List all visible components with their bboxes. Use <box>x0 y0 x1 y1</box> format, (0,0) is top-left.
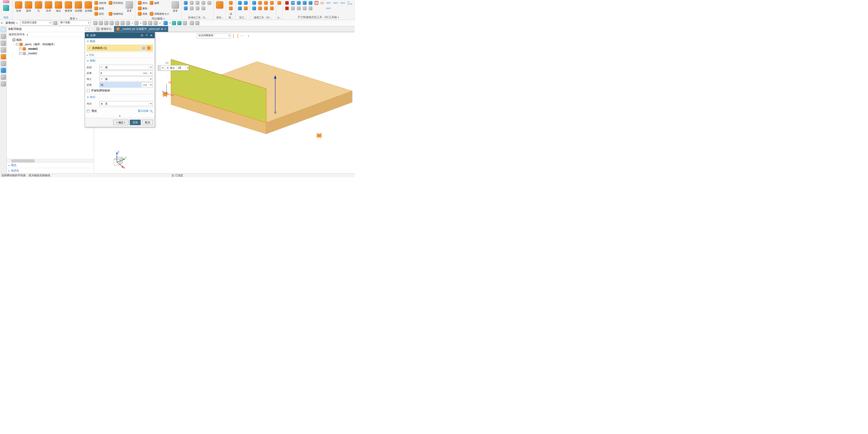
spring-ic1[interactable] <box>228 0 234 5</box>
more-sync-button[interactable]: 更多 <box>170 0 180 13</box>
tb-ic8[interactable] <box>134 21 138 25</box>
std-ic9[interactable] <box>207 0 212 5</box>
tab-document[interactable]: _model1.prt 在装配中 _asm1.prt ⧉ × <box>114 26 168 32</box>
rail-reuse-icon[interactable] <box>1 54 6 59</box>
shell-button[interactable]: 抽壳 <box>94 11 107 16</box>
tb-ic7[interactable] <box>126 21 130 25</box>
rail-assembly-icon[interactable] <box>1 41 6 46</box>
tree-section[interactable]: 截面 <box>7 38 94 42</box>
dim-ic6[interactable] <box>296 6 302 11</box>
dialog-close-icon[interactable]: ✕ <box>149 34 153 37</box>
filter2-select[interactable]: 整个装配 <box>59 21 90 26</box>
subtract-button[interactable]: 减去 <box>54 0 63 13</box>
spring-ic2[interactable] <box>228 6 234 11</box>
mach-ic2[interactable] <box>237 6 243 11</box>
dialog-titlebar[interactable]: ⚙拉伸 ↻ ? ✕ <box>85 32 155 38</box>
mod-ic6[interactable] <box>263 6 269 11</box>
dim-ic10[interactable] <box>308 6 313 11</box>
mirror-button[interactable]: 镜像特征 <box>108 11 124 16</box>
drag-handle-icon[interactable] <box>158 65 161 70</box>
hole-button[interactable]: 孔 <box>34 0 43 13</box>
start-distance-input[interactable]: mm▾ <box>99 71 153 75</box>
mod-ic4[interactable] <box>257 6 263 11</box>
section-section-header[interactable]: ▼截面 <box>85 38 155 44</box>
tb-ic3[interactable] <box>104 21 108 25</box>
view-triad[interactable]: Z Y X <box>110 151 128 169</box>
tb-ic12[interactable] <box>163 21 167 25</box>
inline-type-dd[interactable]: ▾ <box>165 65 168 70</box>
curve-rule-icon[interactable] <box>146 45 151 51</box>
menu-button[interactable]: 菜单(M)▾ <box>4 21 19 25</box>
pattern-button[interactable]: 阵列特征 <box>108 0 124 5</box>
apply-button[interactable]: 应用 <box>130 120 141 125</box>
dim-ic11[interactable]: X <box>314 0 319 5</box>
curve-mode-select[interactable]: 自动判断曲线 <box>197 33 231 38</box>
ok-button[interactable]: < 确定 > <box>113 120 128 125</box>
dim-ic3[interactable]: 1.00 <box>290 0 296 5</box>
tb-ic14[interactable] <box>177 21 181 25</box>
tree-model2[interactable]: _model2 <box>7 51 94 56</box>
resize-fillet-button[interactable]: 调整圆角大小 <box>149 11 170 16</box>
preview-checkbox[interactable]: ✓ <box>87 109 90 112</box>
dim-ic12[interactable]: (X) <box>320 0 325 5</box>
vp-tool1-icon[interactable] <box>233 34 238 38</box>
dim-ic14[interactable]: 10H7 <box>325 6 332 11</box>
open-profile-check[interactable]: 开放轮廓智能体 <box>87 88 153 93</box>
select-curve-row[interactable]: ✓ 选择曲线 (1) <box>87 45 153 51</box>
dim-ic15[interactable]: 10H7 <box>332 0 339 5</box>
dim-ic17[interactable]: 10(0.15) <box>347 0 353 5</box>
extrude-button[interactable]: 拉伸 <box>14 0 23 13</box>
dim-ic13[interactable]: 10H7 <box>325 0 332 5</box>
tb-ic10[interactable] <box>148 21 152 25</box>
tb-ic4[interactable] <box>110 21 114 25</box>
tree-model1[interactable]: _model1 <box>7 46 94 51</box>
inline-value-editor[interactable]: ⊢ ▾ 终止 25 ▾ <box>158 65 189 71</box>
dim-ic16[interactable]: 10H7 <box>340 0 346 5</box>
section-direction-header[interactable]: ▸方向 <box>85 52 155 58</box>
nav-column-header[interactable]: 描述性部件名 ▲ <box>7 32 94 37</box>
rail-layers-icon[interactable] <box>1 61 6 66</box>
rail-tools-icon[interactable] <box>1 81 6 87</box>
tb-ic9[interactable] <box>143 21 147 25</box>
end-distance-input[interactable]: mm▾ <box>99 82 153 87</box>
offset-button[interactable]: 偏置 <box>149 0 170 5</box>
dim-ic2[interactable] <box>284 6 290 11</box>
p-ic[interactable] <box>277 0 282 5</box>
filter1-select[interactable]: 无选择过滤器 <box>20 21 52 26</box>
boolean-select[interactable]: ◈无▾ <box>99 101 153 106</box>
std-ic6[interactable] <box>195 6 200 11</box>
trim-button[interactable]: 修剪体 <box>64 0 73 13</box>
mod-ic2[interactable] <box>251 6 257 11</box>
move-button[interactable]: 移动 <box>137 0 148 5</box>
mach-ic3[interactable] <box>243 0 248 5</box>
mod-ic7[interactable] <box>269 0 275 5</box>
nav-max-icon[interactable] <box>89 28 92 31</box>
std-ic3[interactable] <box>189 0 194 5</box>
tb-ic5[interactable] <box>115 21 119 25</box>
nav-related-section[interactable]: 相关性 <box>7 168 94 173</box>
dim-ic7[interactable] <box>302 0 307 5</box>
tb-ic17[interactable] <box>195 21 199 25</box>
std-ic5[interactable] <box>195 0 200 5</box>
gear-button[interactable] <box>215 0 224 9</box>
replace-button[interactable]: 替换 <box>137 11 148 16</box>
dim-ic5[interactable] <box>296 0 302 5</box>
std-ic4[interactable] <box>189 6 194 11</box>
tb-ic11[interactable] <box>154 21 158 25</box>
inline-value[interactable]: 25 <box>177 65 186 70</box>
filter-icon[interactable] <box>53 21 57 25</box>
dim-ic8[interactable] <box>302 6 307 11</box>
checkbox[interactable] <box>16 43 19 46</box>
tb-ic16[interactable] <box>190 21 194 25</box>
rail-constraint-icon[interactable] <box>1 47 6 53</box>
section-limit-header[interactable]: ▼限制 <box>85 58 155 63</box>
rail-settings-icon[interactable] <box>1 27 6 32</box>
mod-ic3[interactable] <box>257 0 263 5</box>
chamfer-button[interactable]: 倒斜角 <box>94 0 107 5</box>
sketch-icon[interactable] <box>3 0 9 3</box>
dialog-help-icon[interactable]: ? <box>144 34 149 37</box>
section-boolean-header[interactable]: ▼布尔 <box>85 94 155 100</box>
sketch-section-icon[interactable] <box>141 45 146 51</box>
vp-tool2-icon[interactable]: ⋯ <box>240 33 245 38</box>
more-basic-button[interactable]: 更多 <box>125 0 134 13</box>
